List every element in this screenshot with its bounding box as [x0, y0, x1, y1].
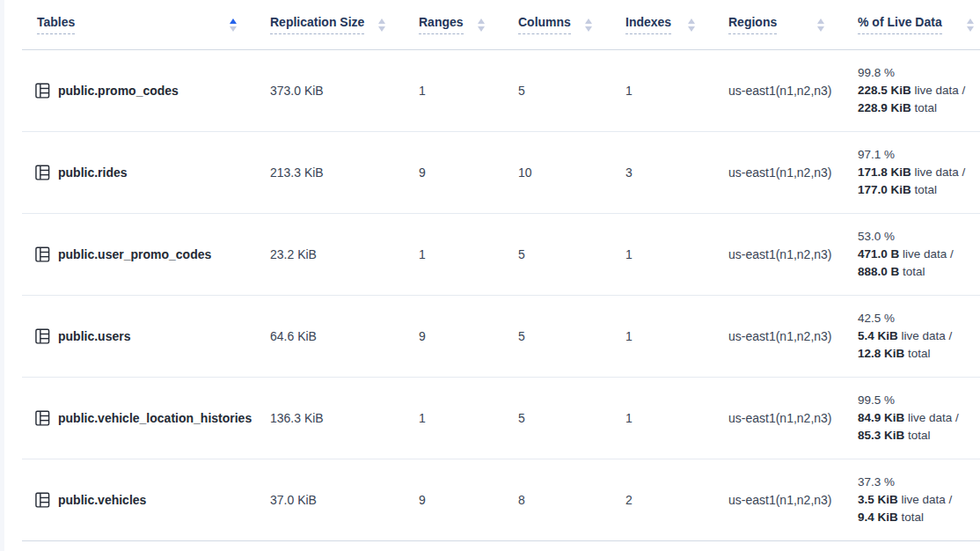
table-name-link[interactable]: public.rides [58, 165, 128, 180]
table-name-cell: public.users [22, 327, 270, 345]
column-header-indexes[interactable]: Indexes [625, 15, 728, 34]
regions-cell: us-east1(n1,n2,n3) [728, 493, 858, 507]
live-data-amount: 3.5 KiB live data / [858, 491, 975, 509]
sort-desc-icon [378, 26, 385, 32]
sort-desc-icon [967, 26, 974, 32]
table-name-link[interactable]: public.user_promo_codes [58, 247, 211, 261]
live-data-percent: 99.8 % [858, 64, 975, 82]
live-data-amount: 471.0 B live data / [858, 246, 975, 263]
live-data-percent: 99.5 % [858, 392, 975, 409]
sort-arrows[interactable] [967, 18, 974, 32]
table-row: public.vehicle_location_histories 136.3 … [22, 378, 980, 459]
table-name-link[interactable]: public.users [58, 329, 130, 343]
regions-cell: us-east1(n1,n2,n3) [728, 329, 858, 343]
table-name-link[interactable]: public.vehicles [58, 493, 146, 507]
columns-cell: 5 [518, 329, 625, 343]
regions-cell: us-east1(n1,n2,n3) [728, 411, 858, 425]
sort-arrows[interactable] [688, 18, 695, 32]
table-name-link[interactable]: public.vehicle_location_histories [58, 411, 252, 425]
column-header-regions[interactable]: Regions [728, 15, 858, 34]
indexes-cell: 1 [625, 247, 728, 261]
ranges-cell: 1 [419, 411, 518, 425]
sort-asc-icon [585, 18, 592, 24]
table-name-cell: public.rides [22, 164, 270, 181]
live-data-cell: 99.5 % 84.9 KiB live data / 85.3 KiB tot… [858, 392, 980, 444]
sort-asc-icon [688, 18, 695, 24]
live-data-amount: 5.4 KiB live data / [858, 327, 975, 345]
column-header-tables[interactable]: Tables [22, 15, 270, 34]
live-data-percent: 42.5 % [858, 310, 975, 327]
indexes-cell: 3 [625, 165, 728, 180]
column-header-live-data[interactable]: % of Live Data [858, 15, 980, 34]
sort-asc-icon [817, 18, 824, 24]
live-data-percent: 37.3 % [858, 474, 975, 491]
sort-arrows[interactable] [585, 18, 592, 32]
indexes-cell: 1 [625, 411, 728, 425]
table-name-link[interactable]: public.promo_codes [58, 84, 179, 98]
live-data-cell: 97.1 % 171.8 KiB live data / 177.0 KiB t… [858, 146, 980, 199]
sort-arrows[interactable] [817, 18, 824, 32]
sort-arrows[interactable] [378, 18, 385, 32]
table-row: public.user_promo_codes 23.2 KiB 1 5 1 u… [22, 214, 980, 296]
sort-asc-icon [967, 18, 974, 24]
table-name-cell: public.promo_codes [22, 82, 270, 99]
regions-cell: us-east1(n1,n2,n3) [728, 84, 858, 98]
live-data-cell: 37.3 % 3.5 KiB live data / 9.4 KiB total [858, 474, 980, 526]
replication-size-cell: 64.6 KiB [270, 329, 419, 343]
column-label-regions[interactable]: Regions [728, 15, 777, 34]
total-data-amount: 9.4 KiB total [858, 509, 975, 526]
sort-arrows[interactable] [478, 18, 485, 32]
sort-asc-icon [478, 18, 485, 24]
total-data-amount: 228.9 KiB total [858, 99, 975, 117]
table-icon [35, 82, 50, 99]
columns-cell: 5 [518, 84, 625, 98]
sort-desc-icon [817, 26, 824, 32]
columns-cell: 8 [518, 493, 625, 507]
column-label-columns[interactable]: Columns [518, 15, 571, 34]
ranges-cell: 9 [419, 165, 518, 180]
columns-cell: 5 [518, 411, 625, 425]
table-row: public.users 64.6 KiB 9 5 1 us-east1(n1,… [22, 296, 980, 378]
ranges-cell: 9 [419, 493, 518, 507]
table-icon [35, 246, 50, 263]
table-icon [35, 327, 50, 345]
table-name-cell: public.vehicle_location_histories [22, 409, 270, 427]
sort-asc-icon [230, 18, 237, 24]
indexes-cell: 1 [625, 84, 728, 98]
replication-size-cell: 373.0 KiB [270, 84, 419, 98]
regions-cell: us-east1(n1,n2,n3) [728, 247, 858, 261]
live-data-amount: 84.9 KiB live data / [858, 409, 975, 427]
live-data-percent: 53.0 % [858, 228, 975, 246]
table-row: public.rides 213.3 KiB 9 10 3 us-east1(n… [22, 132, 980, 214]
column-label-live-data[interactable]: % of Live Data [858, 15, 942, 34]
replication-size-cell: 37.0 KiB [270, 493, 419, 507]
column-label-replication-size[interactable]: Replication Size [270, 15, 364, 34]
regions-cell: us-east1(n1,n2,n3) [728, 165, 858, 180]
columns-cell: 5 [518, 247, 625, 261]
table-body: public.promo_codes 373.0 KiB 1 5 1 us-ea… [22, 50, 980, 541]
column-label-tables[interactable]: Tables [37, 15, 75, 34]
ranges-cell: 9 [419, 329, 518, 343]
replication-size-cell: 213.3 KiB [270, 165, 419, 180]
live-data-amount: 228.5 KiB live data / [858, 82, 975, 99]
table-row: public.vehicles 37.0 KiB 9 8 2 us-east1(… [22, 459, 980, 541]
sort-arrows[interactable] [230, 18, 237, 32]
table-icon [35, 409, 50, 427]
table-name-cell: public.user_promo_codes [22, 246, 270, 263]
page-left-gutter [0, 0, 4, 551]
column-label-ranges[interactable]: Ranges [419, 15, 464, 34]
column-label-indexes[interactable]: Indexes [625, 15, 671, 34]
table-icon [35, 164, 50, 181]
sort-asc-icon [378, 18, 385, 24]
live-data-amount: 171.8 KiB live data / [858, 164, 975, 181]
ranges-cell: 1 [419, 247, 518, 261]
column-header-ranges[interactable]: Ranges [419, 15, 518, 34]
indexes-cell: 1 [625, 329, 728, 343]
total-data-amount: 888.0 B total [858, 263, 975, 281]
column-header-replication-size[interactable]: Replication Size [270, 15, 419, 34]
columns-cell: 10 [518, 165, 625, 180]
column-header-columns[interactable]: Columns [518, 15, 625, 34]
total-data-amount: 85.3 KiB total [858, 427, 975, 444]
table-header-row: Tables Replication Size Ranges Columns [22, 0, 980, 50]
ranges-cell: 1 [419, 84, 518, 98]
